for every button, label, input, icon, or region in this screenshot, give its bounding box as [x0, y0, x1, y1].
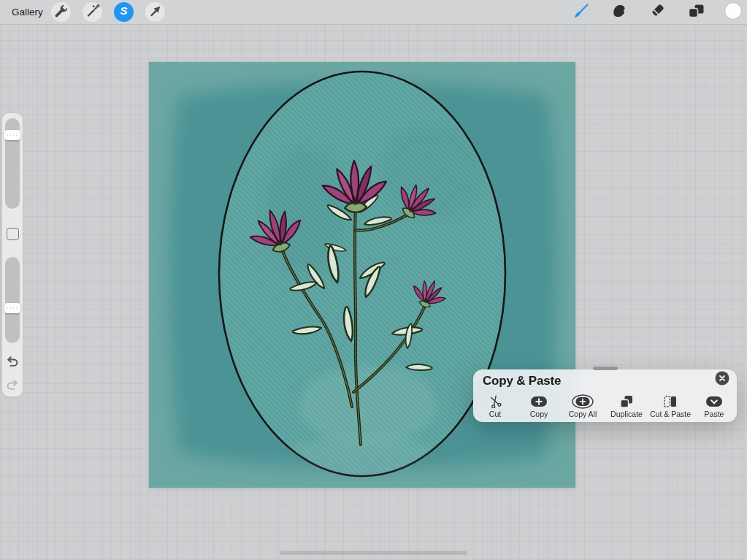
transform-button[interactable]	[145, 2, 165, 22]
selection-button[interactable]: S	[114, 2, 134, 22]
actions-button[interactable]	[51, 2, 71, 22]
smudge-icon	[610, 2, 628, 23]
cut-paste-label: Cut & Paste	[650, 410, 691, 418]
stacked-squares-icon	[619, 396, 634, 407]
drawing-canvas[interactable]	[149, 62, 575, 488]
undo-button[interactable]	[4, 355, 20, 371]
layers-icon	[686, 2, 704, 23]
brush-icon	[572, 2, 590, 23]
plus-pill-icon	[529, 396, 548, 407]
home-indicator[interactable]	[280, 551, 467, 555]
copy-all-button[interactable]: Copy All	[561, 396, 605, 418]
duplicate-button[interactable]: Duplicate	[605, 396, 648, 418]
adjustments-wand-icon	[85, 3, 101, 22]
svg-text:S: S	[120, 4, 127, 17]
plus-pill-ring-icon	[571, 396, 594, 407]
copy-button[interactable]: Copy	[517, 396, 561, 418]
redo-button[interactable]	[4, 378, 20, 394]
paste-button[interactable]: Paste	[692, 396, 736, 418]
eraser-icon	[648, 2, 666, 23]
copy-paste-panel: Copy & Paste Cut	[473, 369, 737, 422]
wrench-icon	[53, 3, 69, 22]
color-circle-icon	[724, 1, 743, 23]
opacity-slider-handle[interactable]	[4, 303, 20, 313]
color-button[interactable]	[723, 2, 743, 22]
x-circle-icon	[715, 371, 729, 388]
redo-arrow-icon	[5, 377, 20, 395]
paint-button[interactable]	[571, 2, 591, 22]
panel-title: Copy & Paste	[483, 374, 561, 388]
copy-all-label: Copy All	[569, 410, 597, 418]
adjustments-button[interactable]	[83, 2, 102, 22]
chevron-down-pill-icon	[705, 396, 724, 407]
panel-actions-row: Cut Copy	[473, 396, 737, 418]
procreate-app: Gallery S	[0, 0, 747, 560]
cut-label: Cut	[489, 410, 501, 418]
erase-button[interactable]	[647, 2, 667, 22]
brush-size-slider-handle[interactable]	[4, 130, 20, 140]
panel-close-button[interactable]	[714, 372, 730, 388]
top-toolbar: Gallery S	[0, 0, 747, 25]
layers-button[interactable]	[685, 2, 705, 22]
scissors-icon	[487, 396, 503, 407]
undo-arrow-icon	[5, 354, 20, 372]
paste-label: Paste	[705, 410, 724, 418]
opacity-slider[interactable]	[5, 257, 20, 343]
cut-paste-button[interactable]: Cut & Paste	[648, 396, 692, 418]
canvas-artwork	[149, 62, 575, 488]
selection-s-icon: S	[114, 1, 134, 23]
modify-button[interactable]	[7, 228, 19, 240]
smudge-button[interactable]	[609, 2, 629, 22]
transform-arrow-icon	[148, 3, 164, 22]
panel-drag-handle[interactable]	[593, 367, 618, 370]
split-rect-icon	[663, 396, 678, 407]
gallery-button[interactable]: Gallery	[12, 0, 43, 24]
copy-label: Copy	[530, 410, 548, 418]
cut-button[interactable]: Cut	[473, 396, 517, 418]
sidebar-controls	[2, 113, 23, 396]
duplicate-label: Duplicate	[610, 410, 643, 418]
